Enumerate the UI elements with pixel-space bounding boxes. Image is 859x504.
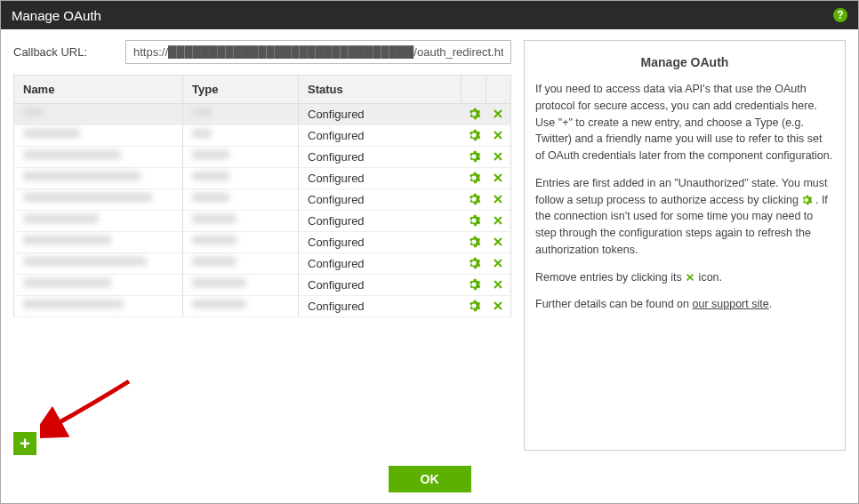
oauth-status: Configured (299, 296, 462, 317)
titlebar: Manage OAuth ? (1, 1, 858, 29)
oauth-name-masked: NetsuiteSandbox (23, 236, 111, 244)
oauth-status: Configured (299, 189, 462, 211)
oauth-type-masked: NetSuite (192, 257, 237, 266)
support-site-link[interactable]: our support site (693, 298, 769, 310)
gear-icon[interactable] (467, 107, 481, 121)
help-p2: Entries are first added in an "Unauthori… (535, 175, 834, 259)
callback-url-label: Callback URL: (13, 45, 125, 59)
gear-icon[interactable] (467, 192, 481, 206)
oauth-type-masked: Google (192, 193, 229, 202)
add-oauth-button[interactable]: + (13, 432, 36, 455)
oauth-status: Configured (299, 275, 462, 296)
oauth-name-masked: BoxAccess (23, 129, 80, 138)
oauth-status: Configured (299, 168, 462, 189)
close-icon (685, 272, 695, 283)
table-row[interactable]: GoogleAnalyticsPRODGoogleConfigured (14, 168, 511, 189)
help-p4: Further details can be found on our supp… (535, 296, 834, 313)
oauth-status: Configured (299, 147, 462, 168)
oauth-name-masked: SalesforceSandbox (23, 300, 124, 308)
oauth-name-masked: NetsuiteSandboxAltAcct (23, 257, 147, 266)
gear-icon[interactable] (467, 256, 481, 270)
col-header-type[interactable]: Type (183, 76, 299, 104)
table-row[interactable]: BoxAccessBoxConfigured (14, 125, 511, 147)
table-row[interactable]: NetsuiteSandboxNetSuiteConfigured (14, 232, 511, 253)
close-icon[interactable] (491, 213, 505, 228)
oauth-type-masked: Google (192, 150, 229, 159)
col-header-delete (486, 76, 511, 104)
table-row[interactable]: SalesforcePRODSalesforceConfigured (14, 275, 511, 296)
close-icon[interactable] (491, 107, 505, 121)
oauth-status: Configured (299, 211, 462, 232)
help-p1: If you need to access data via API's tha… (535, 81, 834, 164)
oauth-status: Configured (299, 104, 462, 125)
gear-icon[interactable] (467, 171, 481, 185)
callback-url-input[interactable] (125, 40, 511, 64)
gear-icon[interactable] (467, 235, 481, 249)
oauth-name-masked: Box (23, 108, 43, 116)
oauth-type-masked: NetSuite (192, 236, 237, 244)
help-icon[interactable]: ? (833, 8, 847, 22)
close-icon[interactable] (491, 277, 505, 292)
table-row[interactable]: GoogleAnalyticsPRODv2GoogleConfigured (14, 189, 511, 211)
col-header-configure (462, 76, 486, 104)
table-row[interactable]: NetsuiteSandboxAltAcctNetSuiteConfigured (14, 253, 511, 275)
close-icon[interactable] (491, 256, 505, 270)
oauth-type-masked: NetSuite (192, 214, 237, 223)
gear-icon[interactable] (467, 128, 481, 142)
oauth-name-masked: NetsuitePROD (23, 214, 99, 223)
oauth-status: Configured (299, 232, 462, 253)
close-icon[interactable] (491, 171, 505, 185)
oauth-table: Name Type Status BoxBoxConfiguredBoxAcce… (13, 75, 511, 317)
oauth-type-masked: Salesforce (192, 278, 246, 287)
close-icon[interactable] (491, 235, 505, 249)
col-header-name[interactable]: Name (14, 76, 183, 104)
oauth-name-masked: Google PROD Test (23, 150, 121, 159)
help-title: Manage OAuth (535, 53, 834, 72)
help-p3: Remove entries by clicking its icon. (535, 269, 834, 286)
oauth-name-masked: GoogleAnalyticsPROD (23, 172, 140, 180)
oauth-status: Configured (299, 125, 462, 147)
gear-icon[interactable] (467, 299, 481, 313)
table-row[interactable]: Google PROD TestGoogleConfigured (14, 147, 511, 168)
close-icon[interactable] (491, 128, 505, 142)
oauth-type-masked: Salesforce (192, 300, 246, 308)
titlebar-title: Manage OAuth (12, 8, 101, 23)
oauth-type-masked: Box (192, 129, 212, 138)
col-header-status[interactable]: Status (299, 76, 462, 104)
help-panel: Manage OAuth If you need to access data … (524, 40, 846, 451)
ok-button[interactable]: OK (389, 466, 471, 492)
oauth-status: Configured (299, 253, 462, 275)
gear-icon[interactable] (467, 149, 481, 164)
close-icon[interactable] (491, 149, 505, 164)
oauth-type-masked: Box (192, 108, 212, 116)
oauth-name-masked: SalesforcePROD (23, 278, 111, 287)
table-row[interactable]: SalesforceSandboxSalesforceConfigured (14, 296, 511, 317)
gear-icon (801, 195, 812, 205)
oauth-name-masked: GoogleAnalyticsPRODv2 (23, 193, 152, 202)
gear-icon[interactable] (467, 277, 481, 292)
table-row[interactable]: NetsuitePRODNetSuiteConfigured (14, 211, 511, 232)
table-row[interactable]: BoxBoxConfigured (14, 104, 511, 125)
close-icon[interactable] (491, 299, 505, 313)
close-icon[interactable] (491, 192, 505, 206)
oauth-type-masked: Google (192, 172, 229, 180)
gear-icon[interactable] (467, 213, 481, 228)
